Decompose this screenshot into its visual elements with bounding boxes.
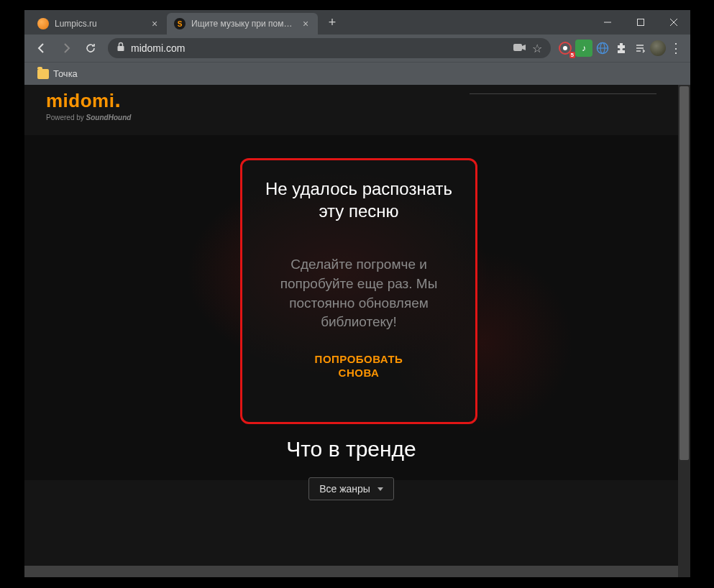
browser-window: Lumpics.ru × S Ищите музыку при помощи г…	[24, 10, 690, 577]
extension-adblock-icon[interactable]: 5	[557, 40, 574, 57]
favicon-icon	[37, 18, 49, 29]
extension-badge: 5	[569, 52, 575, 58]
scroll-thumb[interactable]	[679, 86, 689, 460]
content-viewport: midomi. Powered by SoundHound Не удалось…	[24, 85, 690, 577]
reading-list-icon[interactable]	[631, 40, 649, 57]
maximize-button[interactable]	[624, 10, 657, 35]
extension-globe-icon[interactable]	[594, 40, 611, 57]
bookmark-folder[interactable]: Точка	[33, 65, 82, 82]
chevron-down-icon	[377, 487, 383, 491]
tab-midomi[interactable]: S Ищите музыку при помощи гол ×	[167, 13, 318, 35]
close-window-button[interactable]	[657, 10, 690, 35]
svg-rect-1	[638, 19, 644, 26]
vertical-scrollbar[interactable]	[678, 85, 690, 577]
tab-lumpics[interactable]: Lumpics.ru ×	[30, 13, 167, 35]
genre-dropdown[interactable]: Все жанры	[308, 477, 394, 500]
star-icon[interactable]: ☆	[532, 42, 542, 55]
trending-title: Что в тренде	[24, 437, 678, 461]
camera-icon[interactable]	[513, 42, 526, 55]
window-controls	[591, 10, 690, 35]
powered-by: Powered by SoundHound	[46, 114, 131, 121]
bookmarks-bar: Точка	[24, 62, 690, 85]
close-icon[interactable]: ×	[301, 19, 311, 29]
logo-text: midomi.	[46, 88, 131, 112]
address-bar[interactable]: midomi.com ☆	[108, 38, 551, 58]
extension-music-icon[interactable]: ♪	[575, 40, 592, 57]
titlebar: Lumpics.ru × S Ищите музыку при помощи г…	[24, 10, 690, 35]
back-button[interactable]	[30, 37, 53, 59]
favicon-icon: S	[174, 18, 186, 29]
close-icon[interactable]: ×	[150, 19, 160, 29]
new-tab-button[interactable]: +	[322, 12, 342, 32]
toolbar: midomi.com ☆ 5 ♪ ⋮	[24, 35, 690, 62]
menu-button[interactable]: ⋮	[667, 40, 685, 57]
profile-avatar[interactable]	[650, 40, 666, 56]
lock-icon	[116, 42, 125, 55]
trending-section: Что в тренде Все жанры	[24, 437, 678, 500]
modal-title: Не удалось распознать эту песню	[255, 178, 462, 222]
site-logo[interactable]: midomi. Powered by SoundHound	[46, 88, 131, 121]
page-body: midomi. Powered by SoundHound Не удалось…	[24, 85, 678, 577]
tab-strip: Lumpics.ru × S Ищите музыку при помощи г…	[24, 10, 591, 35]
try-again-button[interactable]: ПОПРОБОВАТЬ СНОВА	[255, 352, 462, 380]
tab-title: Lumpics.ru	[55, 19, 144, 29]
horizontal-scroll-track[interactable]	[24, 566, 678, 577]
url-text: midomi.com	[131, 42, 508, 54]
recognition-failed-panel: Не удалось распознать эту песню Сделайте…	[240, 158, 477, 424]
header-divider	[470, 93, 656, 94]
forward-button[interactable]	[55, 37, 78, 59]
bookmark-label: Точка	[53, 68, 78, 79]
svg-rect-4	[118, 46, 124, 51]
svg-rect-5	[513, 44, 522, 51]
extensions-button[interactable]	[613, 40, 630, 57]
svg-point-7	[563, 46, 567, 50]
genre-label: Все жанры	[319, 483, 370, 495]
minimize-button[interactable]	[591, 10, 624, 35]
modal-body: Сделайте погромче и попробуйте еще раз. …	[255, 255, 462, 331]
reload-button[interactable]	[79, 37, 102, 59]
tab-title: Ищите музыку при помощи гол	[191, 19, 295, 29]
folder-icon	[37, 69, 49, 79]
